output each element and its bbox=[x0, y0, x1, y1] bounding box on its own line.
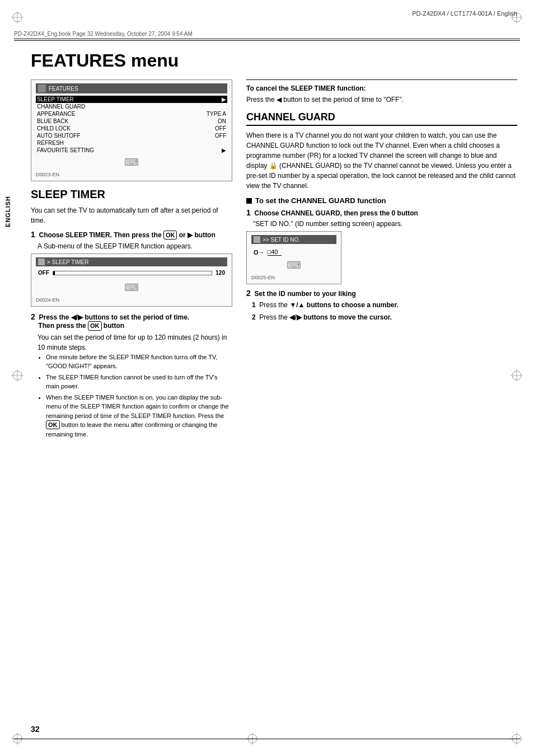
page-title: FEATURES menu bbox=[31, 50, 517, 71]
cg-step1: 1 Choose CHANNEL GUARD, then press the 0… bbox=[246, 208, 517, 284]
channel-guard-intro: When there is a TV channel you do not wa… bbox=[246, 130, 517, 191]
sleep-timer-bullets: One minute before the SLEEP TIMER functi… bbox=[46, 353, 232, 439]
cg-set-function-heading: To set the CHANNEL GUARD function bbox=[246, 196, 517, 205]
sidebar-language-label: ENGLISH bbox=[4, 196, 11, 227]
sleep-timer-step2-header: 2 Press the ◀/▶ buttons to set the perio… bbox=[31, 312, 232, 330]
id-input: □40 bbox=[268, 248, 282, 256]
screen-caption-1: D0023-EN bbox=[36, 172, 227, 177]
sleep-screen-title: > SLEEP TIMER bbox=[47, 259, 88, 265]
menu-item-auto-shutoff: AUTO SHUTOFFOFF bbox=[36, 132, 227, 139]
sleep-timer-bar: OFF 120 bbox=[36, 270, 227, 276]
menu-item-appearance: APPEARANCETYPE A bbox=[36, 110, 227, 118]
cancel-sleep-timer-box: To cancel the SLEEP TIMER function: Pres… bbox=[246, 79, 517, 105]
sleep-timer-progress bbox=[53, 271, 212, 275]
cg-step2-header: 2 Set the ID number to your liking bbox=[246, 289, 517, 298]
corner-mark-tl bbox=[11, 11, 24, 24]
features-screen-title: FEATURES bbox=[49, 86, 78, 92]
menu-item-favourite-setting: FAVOURITE SETTING▶ bbox=[36, 147, 227, 154]
cg-step1-body: "SET ID NO." (ID number setting screen) … bbox=[253, 219, 517, 229]
menu-item-child-lock: CHILD LOCKOFF bbox=[36, 125, 227, 132]
page-number: 32 bbox=[31, 725, 40, 734]
set-id-screen: >> SET ID NO. O→ □40 ⌨ D0025-EN bbox=[246, 231, 341, 284]
sleep-timer-step1: 1 Choose SLEEP TIMER. Then press the OK … bbox=[31, 230, 232, 307]
model-label: PD-Z42DX4 / LCT1774-001A / English bbox=[412, 10, 517, 17]
cancel-sleep-timer-body: Press the ◀ button to set the period of … bbox=[246, 95, 517, 105]
sleep-screen-icon bbox=[38, 259, 45, 265]
menu-item-sleep-timer: SLEEP TIMER▶ bbox=[36, 96, 227, 103]
sleep-timer-intro: You can set the TV to automatically turn… bbox=[31, 205, 232, 226]
cancel-sleep-timer-heading: To cancel the SLEEP TIMER function: bbox=[246, 84, 517, 92]
remote-icon-3: ⌨ bbox=[251, 257, 336, 274]
remote-icon-1: ⌨ bbox=[36, 154, 227, 171]
sleep-timer-progress-fill bbox=[53, 271, 55, 275]
left-column: FEATURES SLEEP TIMER▶ CHANNEL GUARD APPE… bbox=[31, 79, 232, 443]
sleep-timer-step2: 2 Press the ◀/▶ buttons to set the perio… bbox=[31, 312, 232, 439]
sleep-timer-max: 120 bbox=[216, 270, 225, 276]
cg-step1-header: 1 Choose CHANNEL GUARD, then press the 0… bbox=[246, 208, 517, 217]
bottom-rule bbox=[14, 739, 520, 739]
cg-sub-step-2: 2 Press the ◀/▶ buttons to move the curs… bbox=[252, 312, 517, 322]
sleep-timer-bullet-2: The SLEEP TIMER function cannot be used … bbox=[46, 373, 232, 391]
sleep-timer-screen: > SLEEP TIMER OFF 120 ⌨ D0024-EN bbox=[31, 253, 232, 307]
cg-sub-steps: 1 Press the ▼/▲ buttons to choose a numb… bbox=[252, 300, 517, 322]
id-cursor: O→ bbox=[254, 249, 265, 256]
id-screen-title: >> SET ID NO. bbox=[263, 237, 300, 243]
sleep-timer-heading: SLEEP TIMER bbox=[31, 188, 232, 201]
sleep-timer-bullet-1: One minute before the SLEEP TIMER functi… bbox=[46, 353, 232, 371]
channel-guard-heading: CHANNEL GUARD bbox=[246, 111, 517, 126]
sleep-timer-step1-body: A Sub-menu of the SLEEP TIMER function a… bbox=[38, 241, 232, 251]
top-rule-area: PD-Z42DX4_Eng.book Page 32 Wednesday, Oc… bbox=[14, 31, 520, 42]
sleep-timer-bullet-3: When the SLEEP TIMER function is on, you… bbox=[46, 393, 232, 439]
remote-icon-2: ⌨ bbox=[36, 279, 227, 296]
corner-mark-ml bbox=[11, 369, 24, 382]
id-screen-caption: D0025-EN bbox=[251, 275, 336, 280]
black-square-icon bbox=[246, 198, 252, 204]
meta-line: PD-Z42DX4_Eng.book Page 32 Wednesday, Oc… bbox=[14, 31, 520, 37]
menu-item-channel-guard: CHANNEL GUARD bbox=[36, 103, 227, 110]
cg-step2: 2 Set the ID number to your liking 1 Pre… bbox=[246, 289, 517, 322]
menu-item-blue-back: BLUE BACKON bbox=[36, 118, 227, 125]
right-column: To cancel the SLEEP TIMER function: Pres… bbox=[246, 79, 517, 443]
sleep-screen-caption: D0024-EN bbox=[36, 297, 227, 303]
features-icon bbox=[38, 84, 46, 92]
features-screen: FEATURES SLEEP TIMER▶ CHANNEL GUARD APPE… bbox=[31, 79, 232, 181]
sleep-timer-step1-header: 1 Choose SLEEP TIMER. Then press the OK … bbox=[31, 230, 232, 240]
sleep-timer-step2-body: You can set the period of time for up to… bbox=[38, 332, 232, 439]
cg-sub-step-1: 1 Press the ▼/▲ buttons to choose a numb… bbox=[252, 300, 517, 310]
id-screen-icon bbox=[254, 236, 260, 243]
sleep-timer-off-label: OFF bbox=[38, 270, 49, 276]
id-value-row: O→ □40 bbox=[251, 247, 336, 257]
menu-item-refresh: REFRESH bbox=[36, 139, 227, 147]
